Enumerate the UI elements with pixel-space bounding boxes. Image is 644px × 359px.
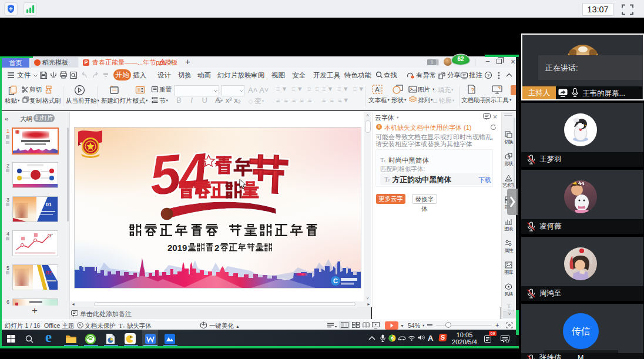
svg-text:2: 2	[214, 243, 219, 253]
svg-text:!: !	[412, 76, 412, 79]
svg-text:?: ?	[487, 73, 490, 78]
svg-text:C: C	[333, 277, 338, 284]
svg-text:2019: 2019	[167, 243, 187, 253]
